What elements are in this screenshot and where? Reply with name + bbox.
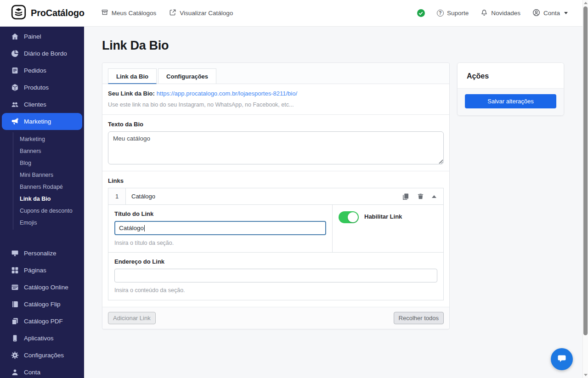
link-item-index: 1 xyxy=(108,188,126,204)
link-title-input[interactable]: Catálogo xyxy=(114,221,326,235)
submenu-item-emojis[interactable]: Emojis xyxy=(13,217,84,229)
sidebar-item-clientes[interactable]: Clientes xyxy=(2,96,82,113)
nav-label: Conta xyxy=(543,10,560,17)
sidebar-item-label: Conta xyxy=(24,369,40,376)
link-item-accordion: 1 Catálogo Título do Link Catálogo I xyxy=(108,188,444,300)
box-icon xyxy=(11,84,19,91)
submenu-item-mini-banners[interactable]: Mini Banners xyxy=(13,169,84,181)
nav-conta[interactable]: Conta xyxy=(532,9,568,18)
sidebar-item-catalogo-pdf[interactable]: Catálogo PDF xyxy=(2,313,82,330)
scrollbar-thumb[interactable] xyxy=(583,6,588,335)
card-footer: Adicionar Link Recolher todos xyxy=(102,307,449,329)
gear-icon xyxy=(11,351,19,359)
brand[interactable]: ProCatálogo xyxy=(11,5,85,22)
sidebar-item-configuracoes[interactable]: Configurações xyxy=(2,347,82,364)
procatalogo-logo-icon xyxy=(11,5,26,22)
submenu-item-blog[interactable]: Blog xyxy=(13,157,84,169)
tab-configuracoes[interactable]: Configurações xyxy=(158,68,216,84)
link-bio-card: Link da Bio Configurações Seu Link da Bi… xyxy=(102,62,450,329)
sidebar-item-paginas[interactable]: Páginas xyxy=(2,262,82,279)
scroll-down-arrow-icon[interactable] xyxy=(584,374,588,376)
adicionar-link-button[interactable]: Adicionar Link xyxy=(108,312,156,324)
trash-icon[interactable] xyxy=(417,193,424,200)
sidebar-item-marketing[interactable]: Marketing xyxy=(2,113,82,130)
link-address-row: Endereço do Link Insira o conteúdo da se… xyxy=(108,252,443,300)
page-scrollbar[interactable] xyxy=(582,0,588,378)
bio-url-link[interactable]: https://app.procatalogo.com.br/lojaespor… xyxy=(157,90,297,97)
nav-visualizar-catalogo[interactable]: Visualizar Catálogo xyxy=(169,9,233,17)
brand-name: ProCatálogo xyxy=(31,8,85,18)
actions-title: Ações xyxy=(458,63,564,89)
submenu-item-banners-rodape[interactable]: Banners Rodapé xyxy=(13,181,84,193)
salvar-alteracoes-button[interactable]: Salvar alterações xyxy=(465,94,556,108)
sidebar-item-label: Personalize xyxy=(24,250,57,257)
bio-link-section: Seu Link da Bio:https://app.procatalogo.… xyxy=(102,84,449,114)
check-circle-icon xyxy=(417,9,425,17)
sidebar-item-label: Aplicativos xyxy=(24,335,54,342)
tab-link-da-bio[interactable]: Link da Bio xyxy=(108,68,157,84)
links-section: Links 1 Catálogo Título do Link Cat xyxy=(102,171,449,307)
sidebar-item-personalize[interactable]: Personalize xyxy=(2,245,82,262)
chat-button[interactable] xyxy=(551,348,573,370)
link-title-label: Título do Link xyxy=(114,210,326,217)
sidebar-item-label: Configurações xyxy=(24,352,64,359)
link-address-label: Endereço do Link xyxy=(114,258,437,265)
enable-link-toggle[interactable] xyxy=(339,211,359,223)
nav-novidades[interactable]: Novidades xyxy=(481,9,520,17)
book-icon xyxy=(11,300,19,308)
bio-link-label: Seu Link da Bio: xyxy=(108,90,155,97)
link-item-header[interactable]: 1 Catálogo xyxy=(108,188,443,205)
external-link-icon xyxy=(169,9,176,17)
scroll-up-arrow-icon[interactable] xyxy=(584,2,588,4)
sidebar-item-pedidos[interactable]: Pedidos xyxy=(2,62,82,79)
person-circle-icon xyxy=(532,9,540,18)
nav-label: Visualizar Catálogo xyxy=(180,10,233,17)
bio-text-label: Texto da Bio xyxy=(108,121,444,128)
sidebar-item-label: Catálogo PDF xyxy=(24,318,63,325)
top-navbar: ProCatálogo Meus Catálogos Visualizar Ca… xyxy=(0,0,588,27)
question-circle-icon xyxy=(437,10,444,17)
bio-link-hint: Use este link na bio do seu Instagram, n… xyxy=(108,102,444,108)
duplicate-icon[interactable] xyxy=(402,193,409,200)
sidebar-item-label: Produtos xyxy=(24,84,49,91)
sidebar-item-catalogo-flip[interactable]: Catálogo Flip xyxy=(2,296,82,313)
sidebar-item-diario-de-bordo[interactable]: Diário de Bordo xyxy=(2,45,82,62)
sidebar-item-label: Clientes xyxy=(24,101,46,108)
links-label: Links xyxy=(108,177,444,184)
submenu-item-banners[interactable]: Banners xyxy=(13,145,84,157)
browser-window-icon xyxy=(11,283,19,291)
marketing-submenu: Marketing Banners Blog Mini Banners Bann… xyxy=(13,132,84,230)
order-note-icon xyxy=(11,67,19,74)
nav-meus-catalogos[interactable]: Meus Catálogos xyxy=(101,9,157,17)
submenu-item-cupons-de-desconto[interactable]: Cupons de desconto xyxy=(13,205,84,217)
submenu-item-link-da-bio[interactable]: Link da Bio xyxy=(13,193,84,205)
page-title: Link Da Bio xyxy=(102,39,169,53)
megaphone-icon xyxy=(11,118,19,125)
bio-text-section: Texto da Bio Meu catálogo xyxy=(102,114,449,171)
link-address-input[interactable] xyxy=(114,269,437,282)
collapse-caret-icon[interactable] xyxy=(432,195,436,198)
text-cursor xyxy=(144,225,145,231)
sidebar-item-painel[interactable]: Painel xyxy=(2,28,82,45)
top-right: Suporte Novidades Conta xyxy=(417,9,574,18)
sidebar-item-label: Catálogo Flip xyxy=(24,301,61,308)
link-address-hint: Insira o conteúdo da seção. xyxy=(114,287,437,293)
recolher-todos-button[interactable]: Recolher todos xyxy=(394,312,444,324)
sidebar-item-catalogo-online[interactable]: Catálogo Online xyxy=(2,279,82,296)
sidebar-item-label: Diário de Bordo xyxy=(24,50,67,57)
pdf-pages-icon xyxy=(11,317,19,325)
sidebar-item-label: Pedidos xyxy=(24,67,46,74)
sidebar-item-conta[interactable]: Conta xyxy=(2,364,82,378)
bell-icon xyxy=(481,9,488,17)
nav-label: Novidades xyxy=(491,10,520,17)
nav-suporte[interactable]: Suporte xyxy=(437,10,469,17)
sidebar-item-produtos[interactable]: Produtos xyxy=(2,79,82,96)
bio-text-textarea[interactable]: Meu catálogo xyxy=(108,131,444,164)
sidebar-item-label: Páginas xyxy=(24,267,46,274)
submenu-item-marketing[interactable]: Marketing xyxy=(13,133,84,145)
sidebar-item-label: Marketing xyxy=(24,118,51,125)
enable-link-label: Habilitar Link xyxy=(364,213,402,220)
sidebar-item-aplicativos[interactable]: Aplicativos xyxy=(2,330,82,347)
actions-panel: Ações Salvar alterações xyxy=(457,62,564,116)
link-item-title: Catálogo xyxy=(126,193,402,200)
